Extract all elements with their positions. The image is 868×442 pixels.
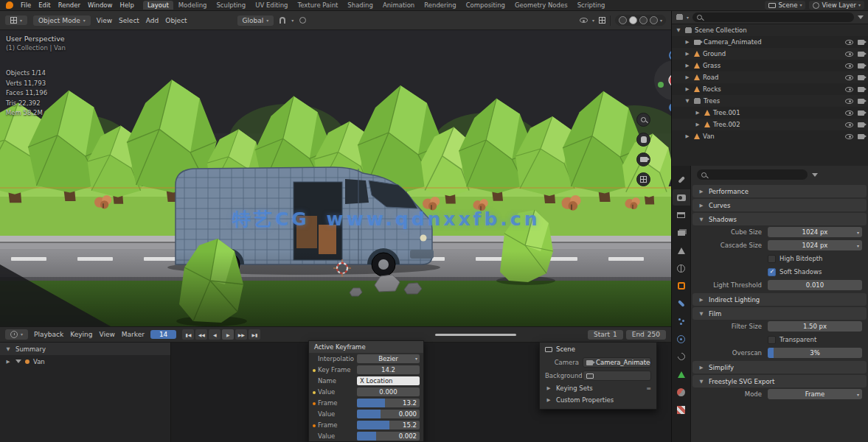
menu-window[interactable]: Window: [88, 1, 113, 9]
tab-uv-editing[interactable]: UV Editing: [251, 1, 292, 10]
render-visibility-icon[interactable]: [858, 110, 864, 116]
section-keying-sets[interactable]: ▶Keying Sets≡: [540, 382, 656, 394]
eye-icon[interactable]: [845, 87, 853, 92]
render-visibility-icon[interactable]: [858, 134, 864, 139]
menu-keying[interactable]: Keying: [70, 331, 92, 338]
channel-van[interactable]: ▶ Van: [0, 355, 170, 368]
tab-compositing[interactable]: Compositing: [462, 1, 510, 10]
chevron-down-icon[interactable]: ▾: [291, 18, 294, 23]
render-visibility-icon[interactable]: [858, 87, 864, 92]
prev-keyframe-button[interactable]: ◀◀: [195, 329, 207, 340]
tab-animation[interactable]: Animation: [378, 1, 419, 10]
outliner-search-input[interactable]: [692, 13, 854, 22]
material-shading-icon[interactable]: [639, 16, 647, 24]
properties-search-input[interactable]: [697, 169, 808, 180]
outliner-row-ground[interactable]: ▶Ground: [672, 48, 868, 60]
eye-icon[interactable]: [845, 63, 853, 69]
menu-playback[interactable]: Playback: [34, 331, 63, 338]
jump-to-end-button[interactable]: ▶▮: [249, 329, 260, 340]
interpolation-dropdown[interactable]: Bezier: [357, 354, 420, 363]
soft-shadows-checkbox[interactable]: [768, 268, 776, 276]
channel-summary[interactable]: ▼ Summary: [0, 343, 170, 355]
tab-modifiers[interactable]: [673, 295, 690, 312]
frame-end-field[interactable]: End250: [626, 330, 666, 340]
value-slider[interactable]: 0.002: [357, 432, 420, 441]
menu-help[interactable]: Help: [119, 1, 133, 9]
tab-constraints[interactable]: [673, 348, 690, 365]
tab-render[interactable]: [673, 189, 690, 206]
next-keyframe-button[interactable]: ▶▶: [235, 329, 247, 340]
timeline-scrollbar[interactable]: [435, 334, 516, 336]
overscan-slider[interactable]: 3%: [768, 348, 862, 358]
frame-slider[interactable]: 13.2: [357, 399, 420, 407]
filter-size-field[interactable]: 1.50 px: [768, 321, 862, 332]
background-scene-field[interactable]: [583, 371, 651, 381]
tab-sculpting[interactable]: Sculpting: [212, 1, 250, 10]
menu-add[interactable]: Add: [146, 17, 159, 24]
tab-tool[interactable]: [673, 172, 690, 188]
view-layer-selector[interactable]: View Layer▾: [809, 1, 864, 10]
section-freestyle-svg-export[interactable]: ▼Freestyle SVG Export: [692, 375, 867, 387]
value-field[interactable]: 0.000: [357, 387, 420, 396]
eye-icon[interactable]: [845, 52, 853, 57]
render-visibility-icon[interactable]: [858, 75, 864, 80]
menu-view-timeline[interactable]: View: [99, 331, 114, 338]
gizmo-y-axis[interactable]: [658, 82, 664, 88]
filter-icon[interactable]: [812, 173, 818, 177]
tab-layout[interactable]: Layout: [143, 1, 173, 10]
tab-modeling[interactable]: Modeling: [174, 1, 212, 10]
scene-selector[interactable]: Scene▾: [765, 1, 805, 10]
play-reverse-button[interactable]: ◀: [209, 329, 221, 340]
tab-particles[interactable]: [673, 313, 690, 329]
solid-shading-icon[interactable]: [629, 16, 637, 24]
ortho-toggle-button[interactable]: [636, 172, 650, 186]
section-custom-properties[interactable]: ▶Custom Properties: [540, 394, 656, 406]
tab-physics[interactable]: [673, 331, 690, 347]
render-visibility-icon[interactable]: [858, 52, 864, 57]
current-frame-field[interactable]: 14: [150, 330, 176, 339]
gizmo-z-neg-axis[interactable]: [669, 103, 671, 112]
rendered-shading-icon[interactable]: [650, 16, 658, 24]
render-visibility-icon[interactable]: [858, 99, 864, 104]
name-text-field[interactable]: X Location: [357, 376, 420, 385]
overlays-toggle-icon[interactable]: [580, 18, 588, 23]
play-button[interactable]: ▶: [222, 329, 234, 340]
camera-view-button[interactable]: [636, 152, 650, 166]
eye-icon[interactable]: [845, 110, 853, 116]
gizmo-z-axis[interactable]: [670, 51, 671, 60]
pan-button[interactable]: [636, 133, 650, 147]
panel-title[interactable]: Active Keyframe: [309, 341, 423, 353]
chevron-down-icon[interactable]: ▾: [592, 18, 594, 23]
section-indirect-lighting[interactable]: ▶Indirect Lighting: [692, 293, 867, 306]
key-frame-field[interactable]: 14.2: [357, 365, 420, 374]
frame-start-field[interactable]: Start1: [588, 330, 623, 340]
outliner-row-van[interactable]: ▶Van: [672, 130, 868, 142]
mode-dropdown[interactable]: Object Mode▾: [33, 15, 91, 26]
high-bitdepth-checkbox[interactable]: [768, 255, 776, 263]
snapping-magnet-icon[interactable]: [280, 17, 285, 24]
tab-view-layer[interactable]: [673, 225, 690, 241]
value-slider[interactable]: 0.000: [357, 410, 420, 418]
eye-icon[interactable]: [845, 122, 853, 127]
tab-output[interactable]: [673, 207, 690, 223]
eye-icon[interactable]: [845, 99, 853, 104]
section-curves[interactable]: ▶Curves: [692, 199, 867, 211]
outliner-row-road[interactable]: ▶Road: [672, 71, 868, 83]
timeline-editor-dropdown[interactable]: ▾: [5, 329, 28, 340]
section-shadows[interactable]: ▼Shadows: [692, 213, 867, 225]
blender-logo-icon[interactable]: [6, 1, 13, 9]
outliner-row-tree-002[interactable]: ▶Tree.002: [672, 119, 868, 130]
eye-icon[interactable]: [845, 134, 853, 139]
filter-icon[interactable]: [15, 359, 21, 363]
tab-rendering[interactable]: Rendering: [420, 1, 460, 10]
triangle-down-icon[interactable]: ▼: [4, 346, 12, 352]
tab-material[interactable]: [673, 384, 690, 400]
xray-toggle-icon[interactable]: [599, 17, 605, 24]
eye-icon[interactable]: [845, 75, 853, 80]
tab-scene[interactable]: [673, 242, 690, 259]
outliner-row-grass[interactable]: ▶Grass: [672, 60, 868, 71]
wireframe-shading-icon[interactable]: [619, 16, 627, 24]
cascade-size-dropdown[interactable]: 1024 px: [768, 240, 862, 250]
editor-type-dropdown[interactable]: ▾: [5, 15, 27, 25]
chevron-down-icon[interactable]: ▾: [660, 18, 662, 23]
